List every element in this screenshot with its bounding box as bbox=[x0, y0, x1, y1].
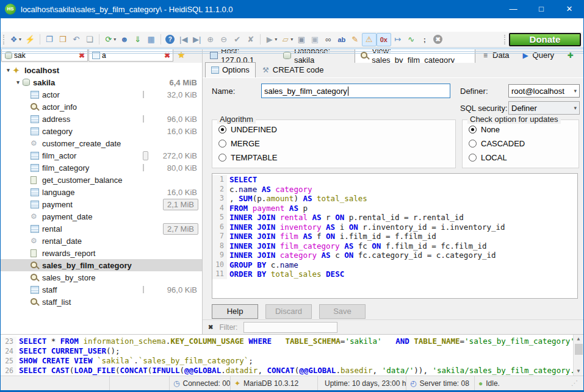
scroll-up-icon[interactable]: ▲ bbox=[577, 335, 580, 343]
tree-item-rental[interactable]: rental 2,7 MiB bbox=[1, 223, 202, 235]
sql-log-panel[interactable]: 23 SELECT * FROM information_schema.KEY_… bbox=[1, 334, 583, 376]
tree-item-customer-create-date[interactable]: customer_create_date bbox=[1, 137, 202, 149]
sql-security-dropdown[interactable]: Definer ▾ bbox=[508, 101, 580, 115]
main-panel: Host: 127.0.0.1 Database: sakila View: s… bbox=[203, 48, 583, 334]
load-sql-icon[interactable]: ▱▾ bbox=[279, 33, 295, 46]
save-sql-icon[interactable]: ▣ bbox=[295, 33, 308, 46]
save-button[interactable]: Save bbox=[319, 304, 366, 319]
tree-item-sales-by-store[interactable]: sales_by_store bbox=[1, 271, 202, 283]
tab-view[interactable]: View: sales_by_film_category bbox=[355, 48, 475, 63]
tree-item-payment[interactable]: payment 2,1 MiB bbox=[1, 198, 202, 210]
discard-button[interactable]: Discard bbox=[265, 304, 312, 319]
minimize-button[interactable]: — bbox=[499, 0, 527, 18]
format-code-icon[interactable]: ✎ bbox=[348, 33, 362, 46]
line-number: 1 bbox=[212, 175, 227, 185]
dropdown-arrow-icon: ▾ bbox=[19, 37, 21, 42]
view-sql-editor[interactable]: 1 SELECT 2 c.name AS category 3 , SUM(p.… bbox=[212, 173, 578, 299]
apply-record-icon[interactable]: ✔ bbox=[231, 33, 244, 46]
view-name-input[interactable]: sales_by_film_category bbox=[261, 84, 450, 98]
help-button[interactable]: Help bbox=[212, 304, 258, 319]
database-tree: ▾ localhost ▾ sakila 6,4 MiB actor 32,0 … bbox=[1, 63, 202, 334]
tree-item-sakila[interactable]: ▾ sakila 6,4 MiB bbox=[1, 76, 202, 88]
log-line-number: 24 bbox=[1, 346, 16, 356]
save-data-icon[interactable]: ▦ bbox=[145, 33, 158, 46]
radio-merge[interactable]: MERGE bbox=[218, 139, 455, 148]
cancel-record-icon[interactable]: ✘ bbox=[244, 33, 258, 46]
tree-item-staff-list[interactable]: staff_list bbox=[1, 296, 202, 308]
tree-item-staff[interactable]: staff 96,0 KiB bbox=[1, 283, 202, 296]
table-filter-input[interactable] bbox=[102, 51, 163, 60]
radio-local[interactable]: LOCAL bbox=[469, 153, 579, 162]
expander-icon[interactable]: ▾ bbox=[4, 67, 12, 73]
clear-database-filter-icon[interactable]: ✖ bbox=[78, 51, 86, 60]
toolbar-button[interactable] bbox=[99, 34, 99, 45]
radio-temptable[interactable]: TEMPTABLE bbox=[218, 153, 455, 162]
save-sql-as-icon[interactable]: ▣ bbox=[308, 33, 322, 46]
radio-undefined[interactable]: UNDEFINED bbox=[218, 125, 455, 134]
filter-input[interactable] bbox=[243, 322, 337, 333]
donate-button[interactable]: Donate bbox=[509, 33, 581, 46]
tab-options[interactable]: Options bbox=[205, 62, 256, 77]
toolbar-button[interactable] bbox=[160, 34, 161, 45]
next-result-icon[interactable]: ↦ bbox=[391, 33, 405, 46]
insert-record-icon[interactable]: ⊕ bbox=[204, 33, 217, 46]
tree-item-address[interactable]: address 96,0 KiB bbox=[1, 113, 202, 125]
toolbar-button[interactable] bbox=[40, 34, 40, 45]
log-scrollbar[interactable]: ▲ ▼ bbox=[573, 335, 583, 376]
scroll-down-icon[interactable]: ▼ bbox=[577, 367, 580, 376]
expander-icon[interactable]: ▾ bbox=[14, 79, 22, 85]
tree-item-film-actor[interactable]: film_actor 272,0 KiB bbox=[1, 149, 202, 162]
tree-item-film-category[interactable]: film_category 80,0 KiB bbox=[1, 162, 202, 174]
hex-toggle-icon[interactable]: 0x bbox=[377, 33, 391, 46]
tree-item-language[interactable]: language 16,0 KiB bbox=[1, 186, 202, 198]
view-options-panel: Name: sales_by_film_category Definer: ro… bbox=[203, 77, 583, 334]
paste-icon[interactable]: ❒ bbox=[56, 33, 70, 46]
help-icon[interactable]: ? bbox=[164, 33, 177, 46]
new-query-tab-button[interactable]: ✚ bbox=[560, 48, 583, 63]
run-query-icon[interactable]: ▶▾ bbox=[263, 33, 279, 46]
undo-icon[interactable]: ↶ bbox=[70, 33, 83, 46]
refresh-icon[interactable]: ⟳▾ bbox=[102, 33, 118, 46]
tree-item-get-customer-balance[interactable]: get_customer_balance bbox=[1, 174, 202, 186]
stop-icon[interactable]: ✖ bbox=[431, 33, 445, 46]
delimiter-icon[interactable]: ; bbox=[418, 33, 431, 46]
tree-item-actor[interactable]: actor 32,0 KiB bbox=[1, 88, 202, 101]
first-record-icon[interactable]: |◀ bbox=[177, 33, 190, 46]
tab-query[interactable]: ▶ Query bbox=[516, 48, 560, 63]
tree-item-category[interactable]: category 16,0 KiB bbox=[1, 125, 202, 137]
close-button[interactable]: ✕ bbox=[555, 0, 583, 18]
tab-database[interactable]: Database: sakila bbox=[277, 48, 355, 63]
status-icon: ✦ bbox=[234, 379, 240, 388]
tree-item-actor-info[interactable]: actor_info bbox=[1, 101, 202, 113]
maximize-button[interactable]: □ bbox=[527, 0, 555, 18]
tab-data[interactable]: ≡ Data bbox=[475, 48, 515, 63]
definer-combobox[interactable]: root@localhost ▾ bbox=[508, 84, 580, 98]
radio-cascaded[interactable]: CASCADED bbox=[469, 139, 579, 148]
database-filter-input[interactable] bbox=[14, 51, 78, 60]
close-filter-icon[interactable]: ✖ bbox=[203, 324, 219, 330]
copy-icon[interactable]: ❐ bbox=[43, 33, 56, 46]
table-filter-icon bbox=[92, 52, 100, 59]
export-database-icon[interactable]: ⇓ bbox=[131, 33, 145, 46]
tree-item-sales-by-film-category[interactable]: sales_by_film_category bbox=[1, 259, 202, 271]
reconnect-icon[interactable]: ∿ bbox=[405, 33, 418, 46]
tree-item-rental-date[interactable]: rental_date bbox=[1, 235, 202, 247]
warnings-toggle-icon[interactable]: ⚠ bbox=[362, 33, 377, 46]
session-manager-icon[interactable]: ❖▾ bbox=[7, 33, 23, 46]
user-manager-icon[interactable]: ☻ bbox=[118, 33, 131, 46]
tab-create-code[interactable]: ⚒ CREATE code bbox=[256, 63, 330, 77]
find-icon[interactable]: ∞ bbox=[322, 33, 335, 46]
tree-item-payment-date[interactable]: payment_date bbox=[1, 210, 202, 223]
tree-item-localhost[interactable]: ▾ localhost bbox=[1, 64, 202, 76]
toolbar-button[interactable] bbox=[260, 34, 261, 45]
font-case-icon[interactable]: ab bbox=[335, 33, 348, 46]
tree-item-rewards-report[interactable]: rewards_report bbox=[1, 247, 202, 259]
tab-host[interactable]: Host: 127.0.0.1 bbox=[204, 48, 277, 63]
delete-record-icon[interactable]: ⊖ bbox=[217, 33, 231, 46]
scrollbar-thumb[interactable] bbox=[575, 344, 583, 355]
last-record-icon[interactable]: ▶| bbox=[190, 33, 204, 46]
clear-table-filter-icon[interactable]: ✖ bbox=[163, 51, 171, 60]
new-connection-icon[interactable]: ⚡ bbox=[23, 33, 37, 46]
print-icon[interactable]: ❏ bbox=[83, 33, 96, 46]
radio-none[interactable]: None bbox=[469, 125, 579, 134]
